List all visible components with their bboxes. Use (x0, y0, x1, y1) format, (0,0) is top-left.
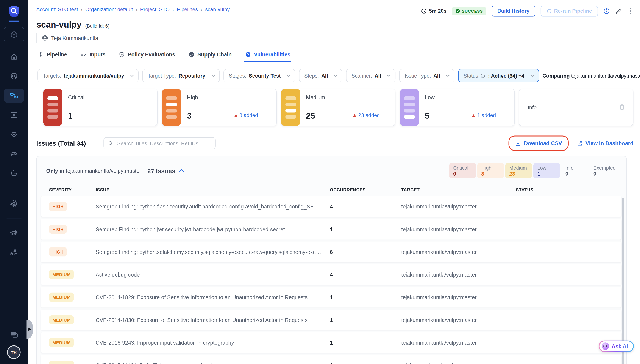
breadcrumb-link[interactable]: Project: STO (140, 7, 169, 12)
tab-inputs[interactable]: Inputs (80, 48, 106, 62)
severity-card-medium[interactable]: Medium 25 23 added (281, 88, 396, 126)
filter-status[interactable]: Status : Active (34) +4 (458, 69, 539, 82)
only-in-label: Only in tejakummarikuntla/vulpy:master (46, 168, 141, 174)
table-scrollbar[interactable] (622, 198, 624, 364)
baselines-icon[interactable] (4, 166, 24, 180)
sidebar-expand-handle[interactable] (26, 320, 33, 339)
test-targets-icon[interactable] (4, 69, 24, 83)
chip-info[interactable]: Info0 (561, 163, 588, 178)
filter-steps[interactable]: Steps:All (299, 69, 342, 82)
critical-bar-icon (43, 89, 62, 126)
issues-table: HIGH Semgrep Finding: python.flask.secur… (37, 196, 626, 364)
home-icon[interactable] (4, 50, 24, 64)
filter-targets[interactable]: Targets:tejakummarikuntla/vulpy (38, 69, 139, 82)
tab-vulnerabilities[interactable]: Vulnerabilities (244, 48, 291, 62)
chip-medium[interactable]: Medium23 (505, 163, 532, 178)
view-in-dashboard-button[interactable]: View in Dashboard (577, 140, 633, 146)
filter-scanner[interactable]: Scanner:All (346, 69, 396, 82)
search-icon (108, 141, 114, 146)
help-chat-icon[interactable]: ? (9, 330, 18, 339)
chip-exempted[interactable]: Exempted0 (589, 163, 616, 178)
card-label: Critical (68, 94, 85, 100)
severity-badge: MEDIUM (49, 315, 74, 324)
pipelines-icon[interactable] (4, 88, 24, 102)
table-row[interactable]: MEDIUM CVE-2017-11424: PyJWT: Improper k… (41, 355, 621, 364)
chip-low[interactable]: Low1 (533, 163, 560, 178)
shield-network-icon (188, 52, 195, 58)
table-row[interactable]: MEDIUM CVE-2014-1829: Exposure of Sensit… (41, 287, 621, 308)
breadcrumb-link[interactable]: Organization: default (85, 7, 133, 12)
severity-badge: HIGH (49, 202, 67, 211)
build-history-button[interactable]: Build History (491, 6, 535, 16)
severity-card-high[interactable]: High 3 3 added (162, 88, 277, 126)
card-count: 5 (425, 111, 429, 121)
inputs-icon (80, 52, 87, 58)
chip-high[interactable]: High3 (477, 163, 504, 178)
card-label: Medium (306, 94, 325, 100)
filter-stages[interactable]: Stages:Security Test (223, 69, 295, 82)
table-row[interactable]: HIGH Semgrep Finding: python.jwt.securit… (41, 219, 621, 240)
triggered-by: Teja Kummarikuntla (36, 32, 633, 43)
severity-badge: MEDIUM (49, 338, 74, 347)
info-icon[interactable] (603, 8, 610, 14)
tab-pipeline[interactable]: Pipeline (37, 48, 68, 62)
red-annotation-highlight: Download CSV (508, 136, 568, 151)
default-settings-icon[interactable] (4, 226, 24, 240)
card-count: 25 (306, 111, 315, 121)
chevron-down-icon (211, 74, 215, 77)
org-settings-icon[interactable] (4, 246, 24, 260)
module-cube-icon[interactable] (4, 27, 24, 42)
card-label: Low (425, 94, 435, 100)
severity-card-info[interactable]: Info 0 (519, 88, 633, 126)
added-delta: 1 added (472, 112, 496, 118)
chevron-right-icon: › (81, 7, 82, 12)
triangle-up-icon (234, 114, 237, 117)
table-row[interactable]: MEDIUM Active debug code 4 tejakummariku… (41, 264, 621, 285)
exemptions-icon[interactable] (4, 147, 24, 161)
tab-policy-evaluations[interactable]: Policy Evaluations (118, 48, 176, 62)
person-avatar-icon (42, 35, 48, 41)
filter-issue-type[interactable]: Issue Type:All (399, 69, 454, 82)
target-icon[interactable] (4, 127, 24, 141)
ai-mascot-icon (602, 342, 609, 350)
search-input[interactable] (116, 140, 211, 147)
chip-critical[interactable]: Critical0 (449, 163, 476, 178)
issues-count-toggle[interactable]: 27 Issues (147, 167, 184, 174)
table-row[interactable]: HIGH Semgrep Finding: python.flask.secur… (41, 196, 621, 217)
clock-icon (421, 8, 427, 14)
status-badge: SUCCESS (452, 7, 486, 15)
rerun-pipeline-button[interactable]: Re-run Pipeline (540, 6, 597, 16)
executions-icon[interactable] (4, 108, 24, 122)
issues-total-title: Issues (Total 34) (36, 140, 86, 147)
tab-supply-chain[interactable]: Supply Chain (188, 48, 233, 62)
card-label: Info (528, 104, 537, 110)
settings-icon[interactable] (4, 196, 24, 210)
added-delta: 23 added (353, 112, 380, 118)
user-avatar[interactable]: TK (7, 346, 21, 359)
edit-pencil-icon[interactable] (615, 8, 622, 14)
more-menu-icon[interactable] (627, 7, 633, 15)
breadcrumb-link[interactable]: Pipelines (177, 7, 198, 12)
severity-badge: MEDIUM (49, 360, 74, 364)
breadcrumb: Account: STO test› Organization: default… (36, 6, 230, 12)
table-row[interactable]: MEDIUM CVE-2016-9243: Improper input val… (41, 332, 621, 353)
breadcrumb-link[interactable]: scan-vulpy (205, 7, 230, 12)
filter-target-type[interactable]: Target Type:Repository (142, 69, 220, 82)
breadcrumb-link[interactable]: Account: STO test (36, 7, 78, 12)
download-csv-button[interactable]: Download CSV (515, 140, 562, 146)
added-delta: 3 added (234, 112, 258, 118)
build-id: (Build Id: 6) (85, 24, 110, 28)
severity-card-low[interactable]: Low 5 1 added (400, 88, 515, 126)
nav-divider (7, 218, 21, 218)
issues-search[interactable] (104, 137, 216, 149)
table-row[interactable]: HIGH Semgrep Finding: python.sqlalchemy.… (41, 242, 621, 262)
svg-text:?: ? (12, 332, 14, 335)
severity-card-critical[interactable]: Critical 1 (43, 88, 158, 126)
high-bar-icon (162, 89, 181, 126)
sto-shield-logo[interactable] (8, 5, 20, 18)
ask-ai-button[interactable]: Ask AI (599, 340, 634, 352)
table-row[interactable]: MEDIUM CVE-2014-1830: Exposure of Sensit… (41, 310, 621, 330)
sidebar-nav: ? TK (0, 0, 28, 364)
chevron-right-icon: › (172, 7, 174, 12)
check-circle-icon (455, 8, 460, 14)
